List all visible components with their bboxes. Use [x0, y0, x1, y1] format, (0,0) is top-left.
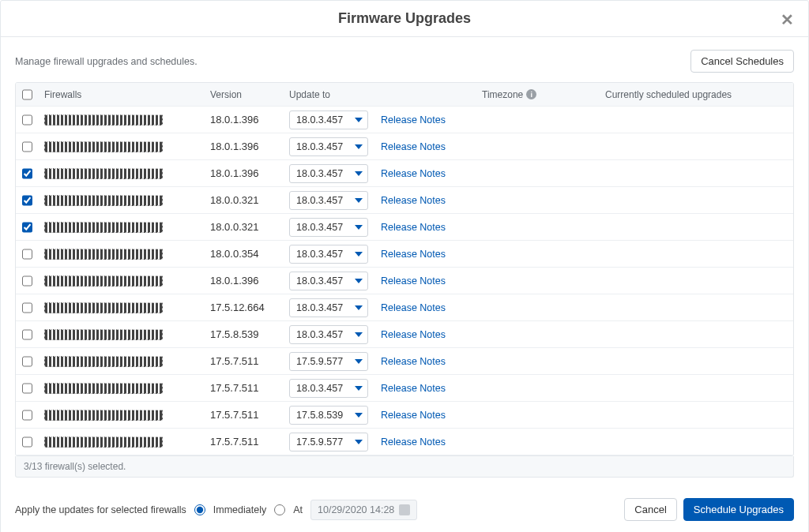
- row-checkbox[interactable]: [22, 275, 32, 287]
- release-notes-link[interactable]: Release Notes: [381, 114, 446, 126]
- update-to-value: 18.0.3.457: [296, 329, 343, 340]
- schedule-upgrades-button[interactable]: Schedule Upgrades: [683, 498, 794, 521]
- chevron-down-icon: [355, 144, 363, 149]
- release-notes-link[interactable]: Release Notes: [381, 168, 446, 179]
- release-notes-link[interactable]: Release Notes: [381, 329, 446, 340]
- chevron-down-icon: [355, 332, 363, 337]
- timezone-cell: [476, 241, 599, 267]
- update-to-select[interactable]: 18.0.3.457: [289, 137, 368, 156]
- scheduled-cell: [599, 268, 793, 294]
- row-checkbox[interactable]: [22, 410, 32, 421]
- radio-at[interactable]: [274, 504, 285, 515]
- version-cell: 18.0.0.321: [204, 187, 283, 213]
- cancel-schedules-button[interactable]: Cancel Schedules: [690, 50, 794, 73]
- update-to-select[interactable]: 18.0.3.457: [289, 245, 368, 264]
- scheduled-cell: [599, 429, 793, 455]
- table-body: 18.0.1.39618.0.3.457Release Notes18.0.1.…: [16, 107, 793, 455]
- row-checkbox[interactable]: [22, 168, 32, 179]
- row-checkbox[interactable]: [22, 141, 32, 152]
- row-checkbox[interactable]: [22, 383, 32, 394]
- scheduled-cell: [599, 241, 793, 267]
- version-cell: 17.5.7.511: [204, 402, 283, 428]
- firewall-name: [44, 275, 163, 287]
- chevron-down-icon: [355, 171, 363, 176]
- table-row: 17.5.7.51118.0.3.457Release Notes: [16, 375, 793, 402]
- update-to-value: 18.0.3.457: [296, 275, 343, 287]
- timezone-cell: [476, 402, 599, 428]
- release-notes-link[interactable]: Release Notes: [381, 275, 446, 287]
- release-notes-link[interactable]: Release Notes: [381, 141, 446, 152]
- chevron-down-icon: [355, 305, 363, 310]
- update-to-select[interactable]: 18.0.3.457: [289, 298, 368, 317]
- col-timezone: Timezone i: [476, 83, 599, 106]
- update-to-select[interactable]: 18.0.3.457: [289, 325, 368, 344]
- apply-label: Apply the updates for selected firewalls: [15, 504, 186, 515]
- firewall-name: [44, 356, 163, 367]
- cancel-button[interactable]: Cancel: [624, 498, 676, 521]
- timezone-cell: [476, 321, 599, 347]
- col-scheduled: Currently scheduled upgrades: [599, 83, 793, 106]
- update-to-select[interactable]: 18.0.3.457: [289, 379, 368, 398]
- upgrades-table: Firewalls Version Update to Timezone i C…: [15, 82, 794, 456]
- datetime-value: 10/29/2020 14:28: [318, 504, 394, 515]
- update-to-select[interactable]: 17.5.8.539: [289, 406, 368, 425]
- release-notes-link[interactable]: Release Notes: [381, 249, 446, 260]
- release-notes-link[interactable]: Release Notes: [381, 302, 446, 313]
- table-row: 17.5.12.66418.0.3.457Release Notes: [16, 294, 793, 321]
- row-checkbox[interactable]: [22, 222, 32, 233]
- footer-buttons: Cancel Schedule Upgrades: [624, 498, 794, 521]
- update-to-select[interactable]: 18.0.3.457: [289, 191, 368, 210]
- update-to-select[interactable]: 18.0.3.457: [289, 111, 368, 129]
- release-notes-link[interactable]: Release Notes: [381, 436, 446, 448]
- radio-immediately[interactable]: [194, 504, 205, 515]
- label-immediately: Immediately: [213, 504, 266, 515]
- table-row: 17.5.7.51117.5.8.539Release Notes: [16, 402, 793, 429]
- firewall-name: [44, 383, 163, 394]
- release-notes-link[interactable]: Release Notes: [381, 195, 446, 206]
- release-notes-link[interactable]: Release Notes: [381, 383, 446, 394]
- update-to-value: 18.0.3.457: [296, 168, 343, 179]
- calendar-icon: [399, 504, 410, 515]
- scheduled-cell: [599, 214, 793, 240]
- modal-body: Manage firewall upgrades and schedules. …: [1, 37, 808, 487]
- row-checkbox[interactable]: [22, 195, 32, 206]
- scheduled-cell: [599, 107, 793, 133]
- version-cell: 18.0.1.396: [204, 268, 283, 294]
- update-to-select[interactable]: 18.0.3.457: [289, 272, 368, 290]
- row-checkbox[interactable]: [22, 249, 32, 260]
- table-row: 18.0.0.35418.0.3.457Release Notes: [16, 241, 793, 268]
- row-checkbox[interactable]: [22, 356, 32, 367]
- firewall-name: [44, 436, 163, 448]
- release-notes-link[interactable]: Release Notes: [381, 222, 446, 233]
- chevron-down-icon: [355, 413, 363, 418]
- select-all-checkbox[interactable]: [22, 89, 32, 100]
- release-notes-link[interactable]: Release Notes: [381, 410, 446, 421]
- update-to-select[interactable]: 18.0.3.457: [289, 218, 368, 237]
- row-checkbox[interactable]: [22, 302, 32, 313]
- info-icon[interactable]: i: [526, 89, 536, 99]
- row-checkbox[interactable]: [22, 329, 32, 340]
- table-row: 18.0.1.39618.0.3.457Release Notes: [16, 107, 793, 133]
- chevron-down-icon: [355, 279, 363, 283]
- row-checkbox[interactable]: [22, 114, 32, 126]
- datetime-input[interactable]: 10/29/2020 14:28: [310, 500, 417, 520]
- firewall-name: [44, 329, 163, 340]
- scheduled-cell: [599, 187, 793, 213]
- col-release-notes: [374, 83, 476, 106]
- scheduled-cell: [599, 321, 793, 347]
- version-cell: 17.5.8.539: [204, 321, 283, 347]
- release-notes-link[interactable]: Release Notes: [381, 356, 446, 367]
- close-icon[interactable]: ✕: [781, 10, 794, 29]
- timezone-cell: [476, 160, 599, 186]
- scheduled-cell: [599, 375, 793, 401]
- chevron-down-icon: [355, 252, 363, 257]
- update-to-select[interactable]: 18.0.3.457: [289, 164, 368, 183]
- version-cell: 17.5.7.511: [204, 348, 283, 374]
- row-checkbox[interactable]: [22, 436, 32, 448]
- scheduled-cell: [599, 348, 793, 374]
- update-to-select[interactable]: 17.5.9.577: [289, 433, 368, 451]
- update-to-value: 18.0.3.457: [296, 383, 343, 394]
- update-to-value: 17.5.9.577: [296, 356, 343, 367]
- table-header: Firewalls Version Update to Timezone i C…: [16, 83, 793, 107]
- update-to-select[interactable]: 17.5.9.577: [289, 352, 368, 371]
